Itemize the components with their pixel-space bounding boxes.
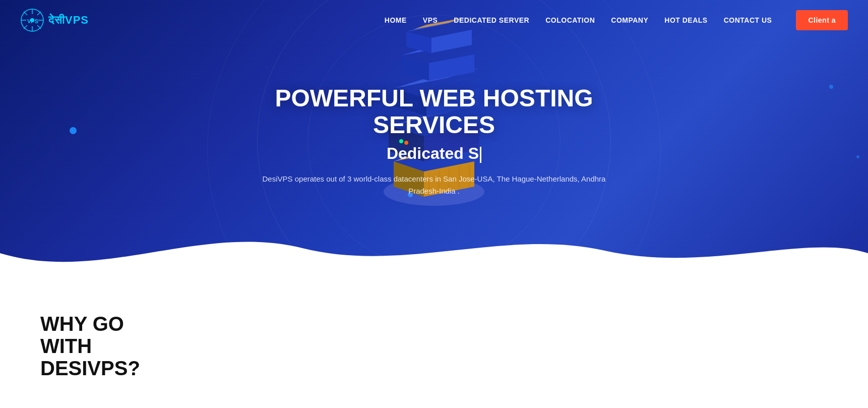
svg-marker-31 [401,55,429,81]
why-section: WHY GO WITH DESIVPS? [0,282,868,408]
hero-title: POWERFUL WEB HOSTING SERVICES [217,85,651,139]
decorative-dot-1 [70,127,77,134]
nav-item-company[interactable]: COMPANY [611,16,648,25]
hero-wave [0,223,868,282]
hero-content: POWERFUL WEB HOSTING SERVICES Dedicated … [207,85,661,198]
nav-item-home[interactable]: HOME [385,16,407,25]
nav-item-vps[interactable]: VPS [423,16,438,25]
svg-marker-32 [429,54,474,81]
hero-description: DesiVPS operates out of 3 world-class da… [258,173,610,197]
navbar: VPS देसीVPS HOME VPS DEDICATED SERVER CO… [0,0,868,40]
svg-line-8 [37,12,41,15]
logo-text: देसीVPS [48,14,89,27]
why-title: WHY GO WITH DESIVPS? [40,313,171,379]
decorative-dot-3 [829,85,833,89]
svg-line-6 [24,12,27,15]
svg-text:VPS: VPS [27,18,38,24]
decorative-dot-4 [856,155,859,158]
cursor-blink [480,147,481,163]
svg-line-7 [37,25,41,29]
svg-line-9 [24,25,27,29]
nav-item-colocation[interactable]: COLOCATION [545,16,595,25]
hero-section: POWERFUL WEB HOSTING SERVICES Dedicated … [0,0,868,282]
logo[interactable]: VPS देसीVPS [20,8,89,32]
nav-item-hot-deals[interactable]: HOT DEALS [664,16,707,25]
nav-item-dedicated[interactable]: DEDICATED SERVER [454,16,529,25]
nav-links: HOME VPS DEDICATED SERVER COLOCATION COM… [385,16,848,25]
hero-subtitle: Dedicated S [217,144,651,163]
nav-item-client[interactable]: Client a [788,16,848,25]
nav-item-contact[interactable]: CONTACT US [724,16,772,25]
